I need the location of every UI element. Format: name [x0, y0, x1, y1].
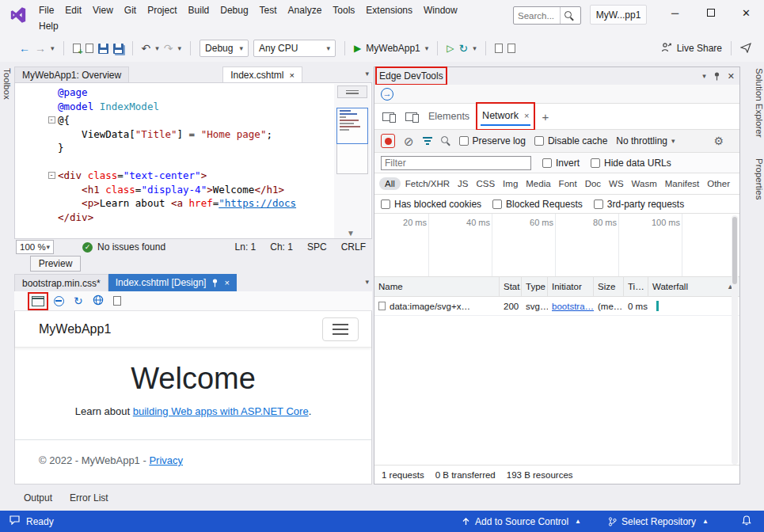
close-tab-icon[interactable]: ×	[290, 70, 295, 80]
feedback-icon[interactable]	[740, 42, 751, 55]
nav-history-caret-icon[interactable]: ▾	[51, 45, 55, 52]
globe-icon[interactable]	[93, 294, 104, 308]
fold-collapse-icon[interactable]: -	[48, 116, 55, 124]
undo-caret-icon[interactable]: ▾	[155, 45, 159, 52]
column-initiator[interactable]: Initiator	[548, 277, 594, 296]
pin-icon[interactable]	[713, 72, 720, 81]
type-filter-css[interactable]: CSS	[473, 177, 498, 190]
search-input[interactable]	[514, 11, 560, 21]
select-repository-button[interactable]: Select Repository ▲	[608, 516, 709, 527]
type-filter-font[interactable]: Font	[556, 177, 580, 190]
run-icon[interactable]: ▶	[354, 44, 361, 53]
tab-network[interactable]: Network ×	[481, 107, 530, 126]
blocked-requests-checkbox[interactable]: Blocked Requests	[492, 199, 583, 210]
live-share-label[interactable]: Live Share	[677, 43, 722, 54]
scrollbar-thumb[interactable]	[732, 217, 737, 284]
fold-collapse-icon[interactable]: -	[48, 172, 55, 179]
type-filter-other[interactable]: Other	[704, 177, 733, 190]
menu-build[interactable]: Build	[183, 5, 215, 16]
toolbox-tab[interactable]: Toolbox	[2, 68, 12, 100]
disable-cache-checkbox[interactable]: Disable cache	[534, 135, 607, 146]
column-waterfall[interactable]: Waterfall▲	[648, 277, 738, 296]
close-icon[interactable]: ✕	[728, 0, 764, 25]
type-filter-img[interactable]: Img	[500, 177, 521, 190]
column-time[interactable]: Ti…	[624, 277, 648, 296]
search-box[interactable]	[513, 6, 581, 25]
tab-list-caret-icon[interactable]: ▾	[365, 70, 369, 78]
tab-index-design[interactable]: Index.cshtml [Design] ×	[108, 274, 237, 291]
close-panel-icon[interactable]: ✕	[728, 71, 735, 82]
menu-file[interactable]: File	[33, 5, 59, 16]
close-tab-icon[interactable]: ×	[224, 278, 229, 287]
document-icon[interactable]	[113, 296, 121, 306]
type-filter-media[interactable]: Media	[523, 177, 553, 190]
tab-index-cshtml[interactable]: Index.cshtml×	[222, 66, 302, 82]
inspect-element-icon[interactable]	[405, 112, 417, 121]
char-indicator[interactable]: Ch: 1	[270, 241, 293, 253]
type-filter-doc[interactable]: Doc	[582, 177, 604, 190]
minimap[interactable]	[336, 108, 368, 174]
hamburger-menu-icon[interactable]	[322, 317, 359, 341]
preview-button[interactable]: Preview	[30, 256, 81, 272]
column-type[interactable]: Type	[522, 277, 548, 296]
redo-icon[interactable]: ↷	[164, 43, 173, 54]
issues-indicator[interactable]: ✓ No issues found	[82, 241, 165, 253]
throttling-dropdown[interactable]: No throttling▾	[616, 135, 675, 146]
type-filter-fetch-xhr[interactable]: Fetch/XHR	[402, 177, 453, 190]
preserve-log-checkbox[interactable]: Preserve log	[459, 135, 526, 146]
bell-icon[interactable]	[742, 515, 751, 528]
line-indicator[interactable]: Ln: 1	[235, 241, 257, 253]
hide-data-urls-checkbox[interactable]: Hide data URLs	[591, 158, 671, 169]
close-tab-icon[interactable]: ×	[524, 111, 529, 120]
add-tab-icon[interactable]: +	[542, 110, 549, 124]
tab-error-list[interactable]: Error List	[70, 492, 108, 504]
undo-icon[interactable]: ↶	[142, 43, 151, 54]
type-filter-all[interactable]: All	[379, 177, 401, 190]
tab-bootstrap-css[interactable]: bootstrap.min.css*	[14, 274, 108, 291]
refresh-caret-icon[interactable]: ▾	[473, 45, 477, 52]
clear-icon[interactable]: ⊘	[404, 135, 414, 147]
configuration-dropdown[interactable]: Debug▾	[200, 40, 249, 57]
request-row[interactable]: data:image/svg+x… 200 svg… bootstra… (me…	[374, 297, 739, 316]
navigate-arrow-icon[interactable]: →	[381, 88, 393, 101]
tab-elements[interactable]: Elements	[428, 111, 469, 122]
menu-tools[interactable]: Tools	[327, 5, 360, 16]
window-menu-caret-icon[interactable]: ▾	[702, 73, 706, 80]
redo-caret-icon[interactable]: ▾	[178, 45, 182, 52]
solution-explorer-tab[interactable]: Solution Explorer	[748, 68, 764, 138]
minimize-icon[interactable]: ─	[657, 0, 693, 25]
menu-project[interactable]: Project	[142, 5, 182, 16]
maximize-icon[interactable]	[693, 0, 728, 25]
split-window-grip-icon[interactable]	[337, 86, 367, 98]
menu-edit[interactable]: Edit	[59, 5, 87, 16]
navigate-forward-icon[interactable]: →	[35, 43, 46, 54]
add-to-source-control-button[interactable]: Add to Source Control ▲	[462, 516, 581, 527]
line-ending-indicator[interactable]: CRLF	[341, 241, 366, 253]
document-outline-icon[interactable]	[507, 44, 515, 53]
run-without-debug-icon[interactable]: ▷	[447, 44, 454, 53]
menu-git[interactable]: Git	[119, 5, 142, 16]
code-view-icon[interactable]	[495, 44, 503, 53]
privacy-link[interactable]: Privacy	[149, 454, 183, 466]
invert-checkbox[interactable]: Invert	[542, 158, 580, 169]
type-filter-js[interactable]: JS	[454, 177, 471, 190]
search-icon[interactable]	[560, 7, 577, 24]
tab-output[interactable]: Output	[24, 492, 52, 504]
save-icon[interactable]	[98, 44, 108, 54]
menu-extensions[interactable]: Extensions	[360, 5, 418, 16]
type-filter-wasm[interactable]: Wasm	[629, 177, 660, 190]
menu-test[interactable]: Test	[254, 5, 283, 16]
new-project-icon[interactable]	[73, 44, 81, 53]
refresh-icon[interactable]: ↻	[459, 43, 469, 54]
code-editor[interactable]: @page@model IndexModel-@{ ViewData["Titl…	[14, 82, 372, 239]
preview-brand-link[interactable]: MyWebApp1	[39, 322, 111, 336]
feedback-bubble-icon[interactable]	[10, 515, 20, 527]
browser-link-icon[interactable]	[54, 296, 64, 306]
filter-icon[interactable]	[423, 137, 432, 145]
has-blocked-cookies-checkbox[interactable]: Has blocked cookies	[381, 199, 481, 210]
gear-icon[interactable]: ⚙	[713, 135, 724, 146]
menu-analyze[interactable]: Analyze	[283, 5, 328, 16]
column-size[interactable]: Size	[594, 277, 624, 296]
minimap-viewport[interactable]	[336, 108, 368, 144]
refresh-page-icon[interactable]: ↻	[74, 295, 83, 306]
